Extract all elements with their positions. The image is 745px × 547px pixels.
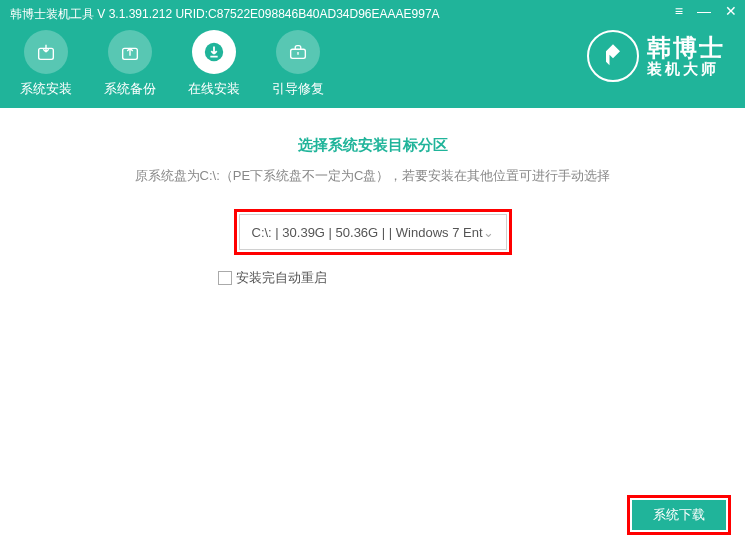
download-circle-icon — [192, 30, 236, 74]
nav-label: 系统安装 — [20, 80, 72, 98]
nav-label: 在线安装 — [188, 80, 240, 98]
chevron-down-icon: ⌄ — [483, 225, 494, 240]
dropdown-value: C:\: | 30.39G | 50.36G | | Windows 7 Ent — [252, 225, 483, 240]
menu-icon[interactable]: ≡ — [675, 4, 683, 18]
dropdown-highlight: C:\: | 30.39G | 50.36G | | Windows 7 Ent… — [234, 209, 512, 255]
auto-restart-checkbox[interactable] — [218, 271, 232, 285]
toolbox-icon — [276, 30, 320, 74]
box-up-icon — [108, 30, 152, 74]
logo-title: 韩博士 — [647, 35, 725, 61]
nav-label: 引导修复 — [272, 80, 324, 98]
nav-online-install[interactable]: 在线安装 — [188, 30, 240, 98]
close-icon[interactable]: ✕ — [725, 4, 737, 18]
nav-boot-repair[interactable]: 引导修复 — [272, 30, 324, 98]
nav-system-install[interactable]: 系统安装 — [20, 30, 72, 98]
box-down-icon — [24, 30, 68, 74]
system-download-button[interactable]: 系统下载 — [632, 500, 726, 530]
logo-subtitle: 装机大师 — [647, 61, 725, 78]
nav-label: 系统备份 — [104, 80, 156, 98]
download-button-highlight: 系统下载 — [627, 495, 731, 535]
brand-logo: 韩博士 装机大师 — [587, 30, 725, 82]
partition-dropdown[interactable]: C:\: | 30.39G | 50.36G | | Windows 7 Ent… — [239, 214, 507, 250]
nav-system-backup[interactable]: 系统备份 — [104, 30, 156, 98]
checkbox-label: 安装完自动重启 — [236, 269, 327, 287]
section-title: 选择系统安装目标分区 — [0, 136, 745, 155]
minimize-icon[interactable]: — — [697, 4, 711, 18]
window-title: 韩博士装机工具 V 3.1.391.212 URID:C87522E098846… — [10, 6, 440, 23]
hint-text: 原系统盘为C:\:（PE下系统盘不一定为C盘），若要安装在其他位置可进行手动选择 — [0, 167, 745, 185]
logo-icon — [587, 30, 639, 82]
